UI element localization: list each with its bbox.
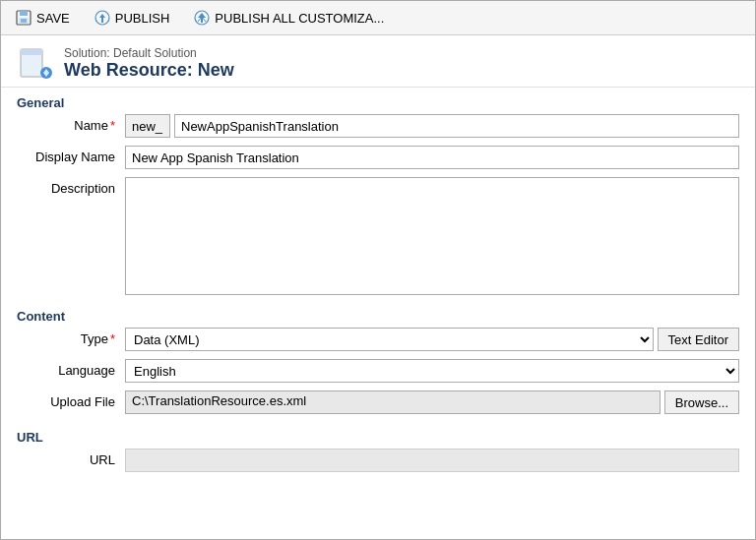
publish-all-label: PUBLISH ALL CUSTOMIZA...	[215, 11, 384, 26]
svg-rect-1	[20, 11, 28, 16]
upload-file-row: Upload File C:\TranslationResource.es.xm…	[17, 390, 739, 416]
url-section-label: URL	[1, 422, 755, 449]
language-row: Language English Spanish French	[17, 359, 739, 385]
description-textarea[interactable]	[125, 177, 739, 295]
description-row: Description	[17, 177, 739, 295]
page-title: Web Resource: New	[64, 60, 234, 81]
name-prefix: new_	[125, 114, 170, 138]
app-window: SAVE PUBLISH PUBLISH ALL CU	[0, 0, 756, 540]
name-label: Name*	[17, 114, 125, 133]
language-label: Language	[17, 359, 125, 378]
content-section-label: Content	[1, 301, 755, 328]
display-name-control-area	[125, 146, 739, 169]
display-name-row: Display Name	[17, 146, 739, 171]
url-control-area	[125, 449, 739, 472]
publish-label: PUBLISH	[115, 11, 170, 26]
save-icon	[15, 9, 32, 27]
upload-file-label: Upload File	[17, 390, 125, 409]
general-section-label: General	[1, 88, 755, 114]
description-label: Description	[17, 177, 125, 196]
type-select-wrap: Data (XML)	[125, 328, 654, 351]
url-row: URL	[17, 449, 739, 474]
language-control-area: English Spanish French	[125, 359, 739, 383]
svg-rect-9	[21, 49, 42, 55]
url-display	[125, 449, 739, 472]
publish-icon	[94, 9, 111, 27]
display-name-label: Display Name	[17, 146, 125, 164]
publish-button[interactable]: PUBLISH	[90, 7, 174, 29]
solution-label: Solution: Default Solution	[64, 46, 234, 60]
name-row: Name* new_	[17, 114, 739, 140]
text-editor-button[interactable]: Text Editor	[658, 328, 739, 351]
svg-rect-7	[201, 18, 203, 23]
type-row: Type* Data (XML) Text Editor	[17, 328, 739, 353]
save-button[interactable]: SAVE	[11, 7, 74, 29]
page-header: Solution: Default Solution Web Resource:…	[1, 35, 755, 88]
svg-rect-5	[101, 18, 103, 23]
type-select[interactable]: Data (XML)	[125, 328, 654, 351]
description-control-area	[125, 177, 739, 295]
type-required-star: *	[110, 331, 115, 346]
display-name-input[interactable]	[125, 146, 739, 169]
upload-row: C:\TranslationResource.es.xml Browse...	[125, 390, 739, 414]
name-required-star: *	[110, 118, 115, 133]
name-input[interactable]	[174, 114, 739, 138]
language-select[interactable]: English Spanish French	[125, 359, 739, 383]
content-section-body: Type* Data (XML) Text Editor Language En…	[1, 328, 755, 416]
publish-all-icon	[193, 9, 211, 27]
upload-file-path: C:\TranslationResource.es.xml	[125, 390, 661, 414]
url-section-body: URL	[1, 449, 755, 474]
general-section-body: Name* new_ Display Name Description	[1, 114, 755, 295]
type-label: Type*	[17, 328, 125, 346]
language-select-wrap: English Spanish French	[125, 359, 739, 383]
browse-button[interactable]: Browse...	[664, 390, 739, 414]
name-control-area: new_	[125, 114, 739, 138]
toolbar: SAVE PUBLISH PUBLISH ALL CU	[1, 1, 755, 35]
type-control-area: Data (XML) Text Editor	[125, 328, 739, 351]
svg-rect-3	[21, 19, 27, 23]
url-field-label: URL	[17, 449, 125, 467]
page-header-text: Solution: Default Solution Web Resource:…	[64, 46, 234, 81]
save-label: SAVE	[36, 11, 70, 26]
publish-all-button[interactable]: PUBLISH ALL CUSTOMIZA...	[189, 7, 388, 29]
web-resource-icon	[17, 45, 52, 81]
upload-file-control-area: C:\TranslationResource.es.xml Browse...	[125, 390, 739, 414]
